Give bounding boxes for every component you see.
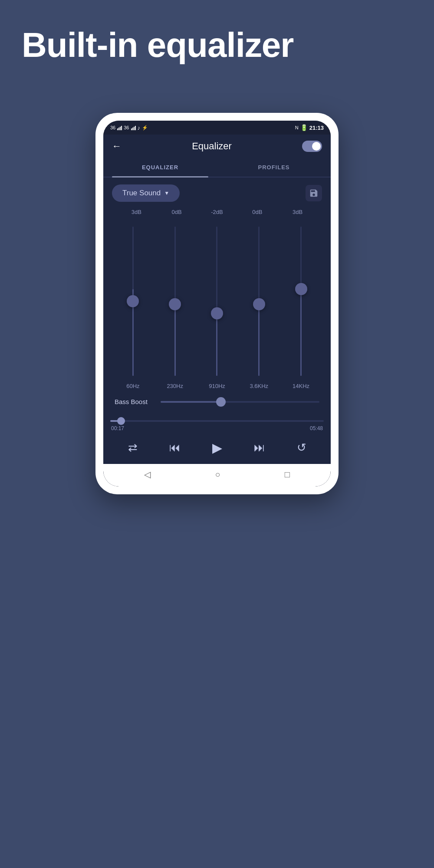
back-button[interactable]: ←	[112, 141, 122, 152]
prev-button[interactable]: ⏮	[169, 441, 181, 454]
floppy-disk-icon	[309, 188, 319, 198]
phone-mockup: 36 36 ♪ ⚡ N 🔋	[95, 113, 339, 494]
eq-band-4	[290, 223, 312, 379]
db-label-4: 3dB	[285, 209, 311, 215]
freq-label-0: 60Hz	[120, 383, 146, 389]
current-time: 00:17	[111, 425, 124, 431]
time-row: 00:17 05:48	[110, 425, 324, 431]
bass-boost-slider[interactable]	[161, 401, 319, 403]
db-label-3: 0dB	[244, 209, 270, 215]
progress-thumb	[117, 417, 125, 425]
eq-section: True Sound ▼ 3dB 0dB -2dB 0dB 3dB	[103, 178, 331, 223]
eq-band-2	[206, 223, 228, 379]
db-label-1: 0dB	[164, 209, 190, 215]
chevron-down-icon: ▼	[164, 190, 169, 196]
progress-bar[interactable]	[110, 420, 324, 422]
bass-boost-fill	[161, 401, 221, 403]
bass-boost-row: Bass Boost	[108, 393, 326, 411]
freq-label-1: 230Hz	[162, 383, 188, 389]
db-label-2: -2dB	[204, 209, 230, 215]
eq-band-0	[122, 223, 144, 379]
bass-boost-thumb	[216, 397, 226, 407]
nav-recent-button[interactable]: □	[285, 470, 290, 480]
battery-icon: 🔋	[300, 124, 308, 131]
signal-icon	[117, 125, 122, 130]
slider-track-1[interactable]	[174, 227, 176, 376]
slider-track-2[interactable]	[216, 227, 217, 376]
freq-labels: 60Hz 230Hz 910Hz 3.6KHz 14KHz	[108, 379, 326, 393]
signal-text2: 36	[124, 125, 129, 130]
eq-toggle[interactable]	[302, 141, 322, 152]
clock: 21:13	[309, 125, 324, 131]
sliders-container	[108, 223, 326, 379]
player-controls: ⇄ ⏮ ▶ ⏭ ↺	[103, 433, 331, 464]
db-label-0: 3dB	[123, 209, 149, 215]
freq-label-4: 14KHz	[288, 383, 314, 389]
app-header: ← Equalizer	[103, 135, 331, 158]
tab-bar: EQUALIZER PROFILES	[103, 158, 331, 178]
slider-track-3[interactable]	[258, 227, 260, 376]
usb-icon: ⚡	[142, 125, 148, 131]
save-profile-button[interactable]	[306, 185, 322, 201]
nfc-icon: N	[295, 125, 299, 130]
shuffle-button[interactable]: ⇄	[128, 441, 138, 454]
status-right: N 🔋 21:13	[295, 124, 324, 131]
eq-band-1	[164, 223, 186, 379]
signal-icon2	[131, 125, 136, 130]
status-bar: 36 36 ♪ ⚡ N 🔋	[103, 121, 331, 135]
eq-sliders-area: 60Hz 230Hz 910Hz 3.6KHz 14KHz Bass Boost	[103, 223, 331, 415]
freq-label-2: 910Hz	[204, 383, 230, 389]
signal-text: 36	[110, 125, 115, 130]
db-labels: 3dB 0dB -2dB 0dB 3dB	[112, 209, 322, 215]
total-time: 05:48	[310, 425, 323, 431]
progress-section: 00:17 05:48	[103, 415, 331, 433]
nav-back-button[interactable]: ◁	[144, 469, 151, 480]
slider-track-0[interactable]	[132, 227, 134, 376]
eq-band-3	[248, 223, 270, 379]
phone-screen: 36 36 ♪ ⚡ N 🔋	[103, 121, 331, 487]
hero-title: Built-in equalizer	[22, 26, 294, 64]
repeat-button[interactable]: ↺	[297, 441, 306, 454]
nav-bar: ◁ ○ □	[103, 464, 331, 487]
tab-equalizer[interactable]: EQUALIZER	[103, 158, 217, 177]
nav-home-button[interactable]: ○	[215, 470, 220, 480]
music-icon: ♪	[138, 125, 141, 131]
tab-profiles[interactable]: PROFILES	[217, 158, 331, 177]
profile-row: True Sound ▼	[112, 184, 322, 202]
status-left: 36 36 ♪ ⚡	[110, 125, 148, 131]
profile-selector[interactable]: True Sound ▼	[112, 184, 180, 202]
profile-name: True Sound	[122, 189, 161, 197]
next-button[interactable]: ⏭	[254, 441, 265, 454]
play-button[interactable]: ▶	[212, 440, 222, 455]
freq-label-3: 3.6KHz	[246, 383, 272, 389]
app-title: Equalizer	[192, 141, 232, 152]
bass-boost-label: Bass Boost	[115, 398, 154, 405]
slider-track-4[interactable]	[300, 227, 302, 376]
